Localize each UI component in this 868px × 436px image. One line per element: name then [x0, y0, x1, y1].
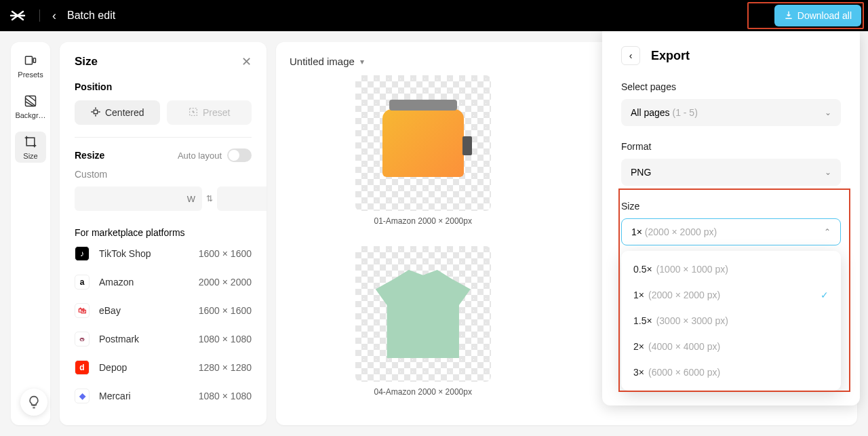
- platform-name: Mercari: [99, 391, 131, 401]
- app-logo: [8, 6, 27, 25]
- size-dropdown: 0.5×(1000 × 1000 px)1×(2000 × 2000 px)✓1…: [621, 251, 841, 391]
- height-input[interactable]: [217, 186, 267, 211]
- platform-icon: 🛍: [75, 303, 90, 318]
- divider: [39, 9, 40, 22]
- chevron-down-icon: ⌄: [825, 108, 831, 117]
- position-label: Position: [75, 81, 252, 92]
- size-option[interactable]: 3×(6000 × 6000 px): [621, 359, 841, 385]
- size-select[interactable]: 1× (2000 × 2000 px) ⌃: [621, 218, 841, 245]
- platform-dim: 1080 × 1080: [199, 334, 252, 344]
- page-title: Batch edit: [67, 9, 115, 22]
- platform-icon: ♪: [75, 246, 90, 261]
- platform-row[interactable]: ♪ TikTok Shop 1600 × 1600: [75, 246, 252, 261]
- export-panel: ‹ Export Select pages All pages (1 - 5) …: [602, 31, 860, 405]
- platform-row[interactable]: d Depop 1280 × 1280: [75, 360, 252, 375]
- thumbnail-label: 01-Amazon 2000 × 2000px: [374, 216, 472, 226]
- auto-layout-toggle[interactable]: [227, 148, 252, 162]
- preset-icon: [188, 106, 199, 119]
- platform-dim: 2000 × 2000: [199, 277, 252, 288]
- tool-size[interactable]: Size: [15, 132, 46, 163]
- select-pages-label: Select pages: [621, 81, 841, 92]
- tool-label: Size: [23, 152, 37, 160]
- size-icon: [23, 134, 38, 149]
- custom-label: Custom: [75, 169, 252, 180]
- size-option[interactable]: 0.5×(1000 × 1000 px): [621, 256, 841, 282]
- platform-row[interactable]: 🛍 eBay 1600 × 1600: [75, 303, 252, 318]
- marketplace-header: For marketplace platforms: [75, 227, 252, 238]
- platform-dim: 1600 × 1600: [199, 305, 252, 316]
- platform-icon: a: [75, 275, 90, 290]
- platform-icon: ◆: [75, 389, 90, 403]
- canvas-title[interactable]: Untitled image: [290, 56, 355, 67]
- tool-background[interactable]: Backgr…: [15, 91, 46, 122]
- tool-label: Backgr…: [15, 111, 45, 119]
- size-option[interactable]: 2×(4000 × 4000 px): [621, 334, 841, 359]
- platform-name: TikTok Shop: [99, 248, 151, 259]
- download-icon: [784, 10, 793, 22]
- platform-dim: 1080 × 1080: [199, 391, 252, 401]
- svg-rect-0: [26, 56, 33, 64]
- svg-rect-1: [33, 58, 35, 63]
- preset-label: Preset: [203, 107, 230, 118]
- thumbnail[interactable]: 04-Amazon 2000 × 2000px: [290, 246, 557, 397]
- centered-icon: [90, 106, 101, 119]
- size-selected-sub: (2000 × 2000 px): [645, 226, 717, 237]
- svg-point-6: [193, 111, 195, 113]
- platform-dim: 1280 × 1280: [199, 362, 252, 373]
- platform-name: eBay: [99, 305, 121, 316]
- pages-select[interactable]: All pages (1 - 5) ⌄: [621, 99, 841, 126]
- size-option[interactable]: 1.5×(3000 × 3000 px): [621, 308, 841, 334]
- chevron-up-icon: ⌃: [824, 227, 831, 237]
- platform-icon: ᰔ: [75, 332, 90, 346]
- platform-name: Postmark: [99, 334, 139, 344]
- panel-title: Size: [75, 55, 98, 68]
- check-icon: ✓: [821, 290, 829, 300]
- centered-label: Centered: [105, 107, 144, 118]
- download-all-button[interactable]: Download all: [774, 5, 861, 26]
- presets-icon: [23, 53, 38, 68]
- format-value: PNG: [631, 167, 651, 178]
- format-label: Format: [621, 141, 841, 152]
- platform-name: Amazon: [99, 277, 134, 288]
- svg-rect-3: [26, 138, 35, 146]
- export-size-label: Size: [621, 201, 841, 212]
- download-all-label: Download all: [797, 10, 852, 21]
- thumbnail-label: 04-Amazon 2000 × 2000px: [374, 387, 472, 397]
- close-icon[interactable]: ✕: [241, 54, 252, 69]
- platform-row[interactable]: ᰔ Postmark 1080 × 1080: [75, 332, 252, 346]
- platform-dim: 1600 × 1600: [199, 248, 252, 259]
- width-input[interactable]: [75, 186, 202, 211]
- preset-button[interactable]: Preset: [167, 100, 252, 125]
- thumbnail[interactable]: 01-Amazon 2000 × 2000px: [290, 75, 557, 226]
- platform-row[interactable]: ◆ Mercari 1080 × 1080: [75, 389, 252, 403]
- size-option[interactable]: 1×(2000 × 2000 px)✓: [621, 282, 841, 308]
- swap-icon[interactable]: ⇅: [206, 186, 213, 211]
- help-button[interactable]: [20, 389, 47, 416]
- tool-label: Presets: [18, 71, 43, 79]
- chevron-down-icon[interactable]: ▾: [360, 57, 364, 66]
- background-icon: [23, 94, 38, 108]
- platform-row[interactable]: a Amazon 2000 × 2000: [75, 275, 252, 290]
- size-panel: Size ✕ Position Centered Preset Resize A…: [60, 42, 267, 425]
- platform-name: Depop: [99, 362, 127, 373]
- tools-sidebar: Presets Backgr… Size: [11, 42, 50, 425]
- svg-rect-4: [94, 110, 97, 113]
- auto-layout-label: Auto layout: [178, 151, 222, 161]
- format-select[interactable]: PNG ⌄: [621, 159, 841, 186]
- export-back-button[interactable]: ‹: [621, 46, 640, 65]
- app-header: ‹ Batch edit Download all: [0, 0, 868, 31]
- centered-button[interactable]: Centered: [75, 100, 160, 125]
- platform-icon: d: [75, 360, 90, 375]
- chevron-down-icon: ⌄: [825, 167, 831, 177]
- resize-label: Resize: [75, 150, 104, 161]
- divider: [75, 137, 252, 138]
- pages-value: All pages: [631, 107, 670, 118]
- back-button[interactable]: ‹: [52, 9, 56, 23]
- size-selected-main: 1×: [631, 226, 642, 237]
- export-title: Export: [651, 49, 690, 63]
- tool-presets[interactable]: Presets: [15, 50, 46, 81]
- pages-range: (1 - 5): [672, 107, 697, 118]
